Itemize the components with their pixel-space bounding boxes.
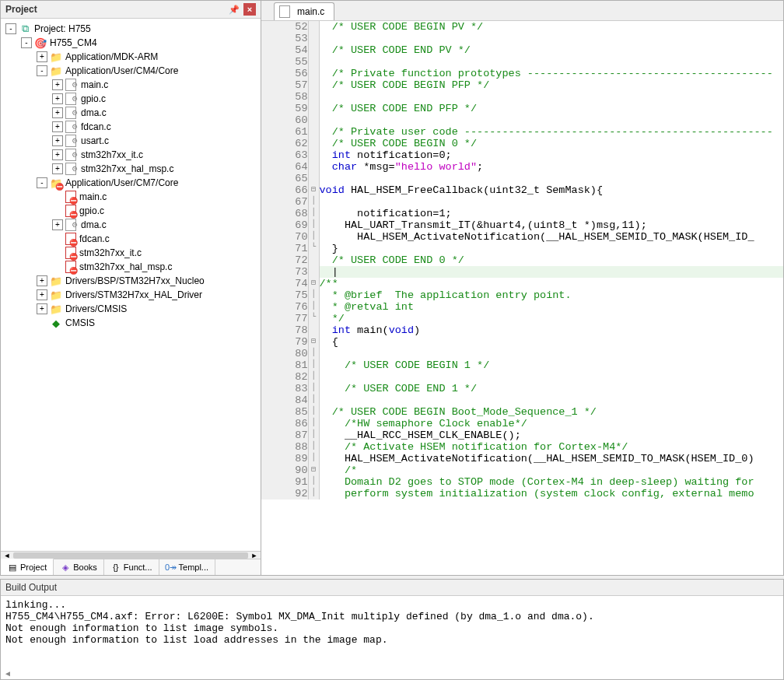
code-content[interactable]	[319, 91, 783, 103]
code-content[interactable]: Domain D2 goes to STOP mode (Cortex-M4 i…	[319, 476, 783, 488]
expand-toggle[interactable]: +	[52, 93, 63, 104]
fold-gutter[interactable]: │	[308, 359, 319, 371]
code-line[interactable]: 84│	[261, 394, 783, 406]
code-line[interactable]: 78 int main(void)	[261, 324, 783, 336]
code-line[interactable]: 61 /* Private user code ----------------…	[261, 126, 783, 138]
build-output-body[interactable]: linking... H755_CM4\H755_CM4.axf: Error:…	[1, 596, 783, 669]
code-line[interactable]: 66⊟void HAL_HSEM_FreeCallback(uint32_t S…	[261, 184, 783, 196]
expand-toggle[interactable]: +	[37, 51, 47, 62]
panel-tab-templates[interactable]: 0↠ Templ...	[159, 559, 216, 575]
code-line[interactable]: 91│ Domain D2 goes to STOP mode (Cortex-…	[261, 476, 783, 488]
code-line[interactable]: 60	[261, 114, 783, 126]
fold-gutter[interactable]	[308, 114, 319, 126]
code-line[interactable]: 87│ __HAL_RCC_HSEM_CLK_ENABLE();	[261, 429, 783, 441]
code-line[interactable]: 76│ * @retval int	[261, 301, 783, 313]
code-content[interactable]: __HAL_RCC_HSEM_CLK_ENABLE();	[319, 429, 783, 441]
fold-gutter[interactable]: └	[308, 313, 319, 324]
fold-gutter[interactable]	[308, 68, 319, 79]
code-line[interactable]: 75│ * @brief The application entry point…	[261, 289, 783, 301]
fold-gutter[interactable]: │	[308, 488, 319, 499]
fold-gutter[interactable]: │	[308, 219, 319, 231]
code-line[interactable]: 80│	[261, 348, 783, 359]
tree-node[interactable]: ⛔gpio.c	[2, 204, 259, 218]
fold-gutter[interactable]	[308, 33, 319, 44]
expand-toggle[interactable]: +	[37, 289, 47, 300]
code-content[interactable]	[319, 371, 783, 383]
code-line[interactable]: 52 /* USER CODE BEGIN PV */	[261, 21, 783, 33]
code-line[interactable]: 64 char *msg="hello world";	[261, 161, 783, 173]
code-content[interactable]	[319, 114, 783, 126]
tree-node[interactable]: +⚙fdcan.c	[2, 120, 259, 134]
expand-toggle[interactable]: +	[52, 79, 63, 90]
code-content[interactable]: /*HW semaphore Clock enable*/	[319, 418, 783, 429]
expand-toggle[interactable]: +	[37, 303, 47, 314]
editor-tab-main-c[interactable]: main.c	[274, 2, 334, 20]
code-content[interactable]: */	[319, 313, 783, 324]
code-line[interactable]: 83│ /* USER CODE END 1 */	[261, 383, 783, 394]
expand-toggle[interactable]: +	[52, 149, 63, 160]
tree-node[interactable]: -📁Application/User/CM4/Core	[2, 64, 259, 78]
fold-gutter[interactable]: │	[308, 301, 319, 313]
fold-gutter[interactable]: │	[308, 348, 319, 359]
tree-node[interactable]: +⚙dma.c	[2, 106, 259, 120]
code-content[interactable]	[319, 33, 783, 44]
fold-gutter[interactable]: │	[308, 394, 319, 406]
fold-gutter[interactable]	[308, 21, 319, 33]
expand-toggle[interactable]: +	[52, 219, 63, 230]
tree-node[interactable]: -⧉Project: H755	[2, 22, 259, 36]
tree-h-scrollbar[interactable]: ◄ ►	[1, 551, 261, 559]
code-content[interactable]: /* Private user code -------------------…	[319, 126, 783, 138]
fold-gutter[interactable]	[308, 254, 319, 266]
scroll-thumb[interactable]	[13, 552, 248, 559]
tree-node[interactable]: +⚙usart.c	[2, 134, 259, 148]
tree-node[interactable]: +📁Drivers/STM32H7xx_HAL_Driver	[2, 288, 259, 302]
tree-node[interactable]: ◆CMSIS	[2, 316, 259, 330]
code-line[interactable]: 79⊟ {	[261, 336, 783, 348]
fold-gutter[interactable]	[308, 56, 319, 68]
fold-gutter[interactable]	[308, 173, 319, 184]
code-line[interactable]: 65	[261, 173, 783, 184]
code-content[interactable]: void HAL_HSEM_FreeCallback(uint32_t SemM…	[319, 184, 783, 196]
scroll-right-arrow[interactable]: ►	[250, 552, 259, 559]
fold-gutter[interactable]: │	[308, 476, 319, 488]
code-content[interactable]	[319, 173, 783, 184]
code-line[interactable]: 74⊟/**	[261, 278, 783, 289]
fold-gutter[interactable]	[308, 138, 319, 149]
fold-gutter[interactable]	[308, 103, 319, 114]
code-line[interactable]: 73 |	[261, 266, 783, 278]
code-content[interactable]: /* USER CODE END PFP */	[319, 103, 783, 114]
fold-gutter[interactable]	[308, 149, 319, 161]
panel-tab-functions[interactable]: {} Funct...	[104, 559, 159, 575]
code-line[interactable]: 53	[261, 33, 783, 44]
fold-gutter[interactable]: │	[308, 406, 319, 418]
code-content[interactable]: /* USER CODE BEGIN PV */	[319, 21, 783, 33]
code-line[interactable]: 58	[261, 91, 783, 103]
code-content[interactable]: /* USER CODE BEGIN 1 */	[319, 359, 783, 371]
code-line[interactable]: 69│ HAL_UART_Transmit_IT(&huart4,(uint8_…	[261, 219, 783, 231]
code-line[interactable]: 67│	[261, 196, 783, 208]
code-content[interactable]	[319, 56, 783, 68]
code-line[interactable]: 55	[261, 56, 783, 68]
editor-body[interactable]: 52 /* USER CODE BEGIN PV */5354 /* USER …	[261, 21, 783, 575]
tree-node[interactable]: ⛔stm32h7xx_hal_msp.c	[2, 260, 259, 274]
build-scroll-left-arrow[interactable]: ◄	[1, 669, 783, 679]
code-content[interactable]: notification=1;	[319, 208, 783, 219]
fold-gutter[interactable]	[308, 324, 319, 336]
fold-gutter[interactable]: │	[308, 418, 319, 429]
fold-gutter[interactable]: │	[308, 289, 319, 301]
expand-toggle[interactable]: +	[52, 163, 63, 174]
tree-node[interactable]: +📁Application/MDK-ARM	[2, 50, 259, 64]
code-line[interactable]: 88│ /* Activate HSEM notification for Co…	[261, 441, 783, 453]
code-content[interactable]: /* Activate HSEM notification for Cortex…	[319, 441, 783, 453]
code-line[interactable]: 86│ /*HW semaphore Clock enable*/	[261, 418, 783, 429]
code-content[interactable]: int main(void)	[319, 324, 783, 336]
code-content[interactable]: /* USER CODE END 0 */	[319, 254, 783, 266]
code-line[interactable]: 70│ HAL_HSEM_ActivateNotification(__HAL_…	[261, 231, 783, 243]
code-line[interactable]: 59 /* USER CODE END PFP */	[261, 103, 783, 114]
code-content[interactable]: int notification=0;	[319, 149, 783, 161]
tree-node[interactable]: -📁⛔Application/User/CM7/Core	[2, 176, 259, 190]
expand-toggle[interactable]: +	[52, 121, 63, 132]
tree-node[interactable]: ⛔fdcan.c	[2, 232, 259, 246]
code-content[interactable]: /* USER CODE BEGIN PFP */	[319, 79, 783, 91]
code-content[interactable]: HAL_HSEM_ActivateNotification(__HAL_HSEM…	[319, 231, 783, 243]
